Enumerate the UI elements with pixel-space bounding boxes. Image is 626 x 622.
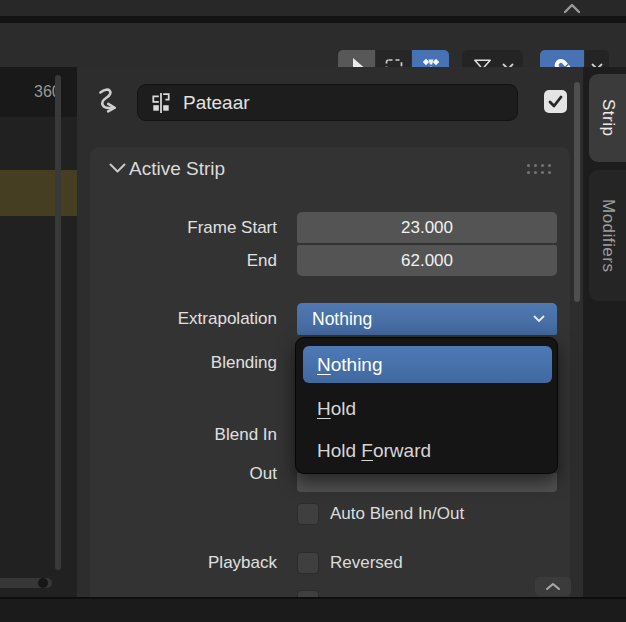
frame-start-value: 23.000 bbox=[401, 218, 453, 238]
collapse-up-icon[interactable] bbox=[560, 2, 584, 15]
nla-strip-icon bbox=[150, 92, 172, 114]
blending-label: Blending bbox=[90, 347, 277, 379]
sidebar-region: Pateaar Active Strip Frame Start 23.000 bbox=[77, 67, 583, 597]
reversed-label: Reversed bbox=[330, 552, 403, 574]
playback-label: Playback bbox=[90, 552, 277, 574]
auto-blend-label: Auto Blend In/Out bbox=[330, 503, 464, 525]
scroll-up-button[interactable] bbox=[535, 577, 571, 596]
extrapolation-menu: Nothing Hold Hold Forward bbox=[295, 337, 558, 474]
panel-title[interactable]: Active Strip bbox=[129, 158, 225, 180]
auto-blend-checkbox[interactable] bbox=[297, 503, 319, 525]
chevron-down-icon bbox=[533, 315, 545, 323]
frame-end-label: End bbox=[90, 245, 277, 276]
frame-end-field[interactable]: 62.000 bbox=[297, 245, 557, 276]
nla-tracks-view: 360 bbox=[0, 67, 77, 597]
frame-start-field[interactable]: 23.000 bbox=[297, 212, 557, 243]
extrapolation-dropdown[interactable]: Nothing bbox=[297, 303, 557, 335]
frame-end-value: 62.000 bbox=[401, 251, 453, 271]
nla-strip-band bbox=[0, 170, 77, 216]
extrapolation-label: Extrapolation bbox=[90, 303, 277, 335]
chevron-up-icon bbox=[545, 582, 561, 591]
menu-item-nothing[interactable]: Nothing bbox=[303, 346, 552, 383]
region-divider bbox=[0, 16, 626, 23]
editor-header bbox=[0, 23, 626, 67]
strip-name-input[interactable]: Pateaar bbox=[137, 84, 518, 121]
main-area: 360 Pateaar bbox=[0, 67, 626, 597]
blend-out-field[interactable]: 0.000 bbox=[297, 473, 557, 492]
frame-start-label: Frame Start bbox=[90, 212, 277, 243]
animation-curve-icon bbox=[92, 84, 128, 120]
bottom-status-bar bbox=[0, 597, 626, 622]
nla-timeline-band: 360 bbox=[0, 67, 77, 117]
blend-out-label: Out bbox=[90, 458, 277, 489]
tab-strip[interactable]: Strip bbox=[589, 74, 626, 162]
nla-vertical-scrollbar[interactable] bbox=[55, 75, 61, 570]
strip-name-value: Pateaar bbox=[183, 92, 250, 114]
extrapolation-value: Nothing bbox=[312, 309, 533, 330]
menu-item-hold[interactable]: Hold bbox=[303, 390, 552, 427]
tab-modifiers[interactable]: Modifiers bbox=[589, 170, 626, 301]
strip-enabled-checkbox[interactable] bbox=[544, 90, 567, 113]
panel-expand-chevron-icon[interactable] bbox=[109, 163, 126, 174]
blender-nla-sidebar: 360 Pateaar bbox=[0, 0, 626, 622]
clipped-checkbox[interactable] bbox=[297, 590, 319, 597]
menu-item-hold-forward[interactable]: Hold Forward bbox=[303, 432, 552, 469]
top-region-bar bbox=[0, 0, 626, 16]
reversed-checkbox[interactable] bbox=[297, 552, 319, 574]
checkmark-icon bbox=[548, 95, 563, 108]
panel-drag-grip-icon[interactable] bbox=[527, 164, 530, 167]
blend-in-label: Blend In bbox=[90, 419, 277, 451]
sidebar-tab-column: Strip Modifiers bbox=[583, 67, 626, 597]
sidebar-scrollbar[interactable] bbox=[574, 82, 580, 302]
scrollbar-zoom-handle[interactable] bbox=[38, 578, 48, 588]
